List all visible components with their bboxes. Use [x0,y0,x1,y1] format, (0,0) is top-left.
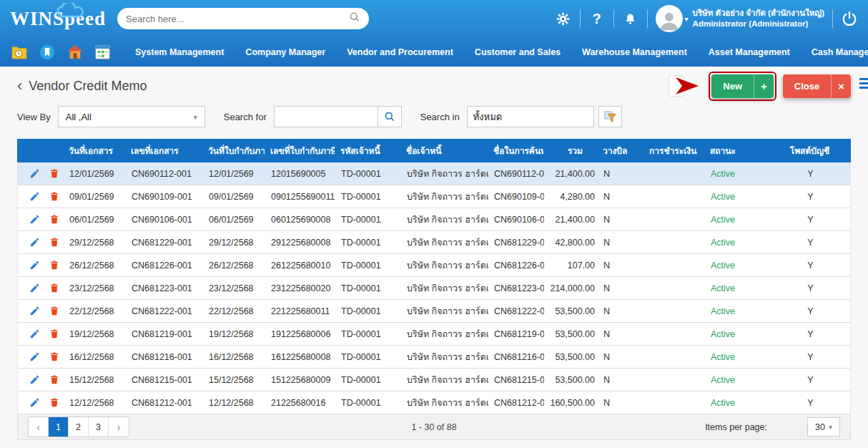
edit-pencil-icon[interactable] [29,397,40,408]
col-status[interactable]: สถานะ [704,144,769,157]
notifications-bell-icon[interactable] [622,12,639,26]
table-row[interactable]: 26/12/2568 CN681226-001 26/12/2568 26122… [17,254,851,277]
cell-vendor-name: บริษัท กิจถาวร ฮาร์ดแ [401,258,488,273]
recent-history-icon[interactable] [11,45,27,59]
brand-logo[interactable]: WINSpeed [10,8,112,30]
col-search-name[interactable]: ชื่อในการค้นหา [488,144,543,157]
table-row[interactable]: 06/01/2569 CN690106-001 06/01/2569 06012… [17,208,851,231]
delete-trash-icon[interactable] [49,214,59,225]
page-button-1[interactable]: 1 [49,417,69,437]
search-for-button[interactable] [378,106,402,127]
global-search-input[interactable] [126,14,349,24]
delete-trash-icon[interactable] [49,283,59,293]
cell-posted: Y [769,192,852,202]
row-actions [18,397,64,408]
table-row[interactable]: 22/12/2568 CN681222-001 22/12/2568 22122… [17,300,851,323]
edit-pencil-icon[interactable] [29,374,40,385]
col-posted[interactable]: โพสต์บัญชี [769,144,851,157]
nav-company-manager[interactable]: Company Manager [245,47,325,57]
new-plus-icon[interactable]: + [754,74,774,98]
delete-trash-icon[interactable] [49,397,59,408]
delete-trash-icon[interactable] [49,191,59,202]
edit-pencil-icon[interactable] [29,191,40,202]
home-icon[interactable] [67,44,83,59]
cell-billing: N [598,169,644,179]
caret-down-icon: ▾ [829,423,832,431]
delete-trash-icon[interactable] [49,351,59,362]
col-vendor-code[interactable]: รหัสเจ้าหนี้ [335,144,400,157]
col-doc-no[interactable]: เลขที่เอกสาร [125,144,202,157]
cell-status: Active [705,260,769,271]
cell-doc-date: 09/01/2569 [64,192,126,202]
delete-trash-icon[interactable] [49,306,59,316]
back-chevron-icon[interactable]: ‹ [17,78,22,94]
logout-power-icon[interactable] [841,11,858,26]
col-doc-date[interactable]: วันที่เอกสาร [63,144,125,157]
page-button-2[interactable]: 2 [69,417,89,437]
delete-trash-icon[interactable] [49,328,59,339]
table-row[interactable]: 19/12/2568 CN681219-001 19/12/2568 19122… [17,323,851,346]
cell-search-name: CN690109-001, T [488,192,544,202]
nav-asset-management[interactable]: Asset Management [709,47,790,57]
delete-trash-icon[interactable] [49,237,59,248]
edge-menu-icon[interactable] [859,78,868,89]
close-button[interactable]: Close × [783,74,851,98]
cell-tax-date: 29/12/2568 [203,238,265,248]
edit-pencil-icon[interactable] [29,168,40,179]
close-x-icon[interactable]: × [831,74,851,98]
table-row[interactable]: 12/12/2568 CN681212-001 12/12/2568 21225… [17,391,851,414]
app-window: WINSpeed ? [0,0,868,448]
cell-search-name: CN681226-001, T [488,260,544,271]
next-page-button[interactable]: › [109,417,129,437]
table-row[interactable]: 23/12/2568 CN681223-001 23/12/2568 23122… [17,277,851,300]
cell-billing: N [598,329,644,339]
nav-vendor-procurement[interactable]: Vendor and Procurement [347,47,453,57]
edit-pencil-icon[interactable] [29,283,40,293]
view-by-select[interactable]: All ,All ▾ [58,106,205,127]
col-billing[interactable]: วางบิล [597,144,643,157]
table-row[interactable]: 16/12/2568 CN681216-001 16/12/2568 16122… [17,346,851,369]
col-payment[interactable]: การชำระเงิน [643,144,704,157]
delete-trash-icon[interactable] [49,260,59,271]
edit-pencil-icon[interactable] [29,306,40,316]
search-in-input[interactable] [467,106,594,127]
edit-pencil-icon[interactable] [29,237,40,248]
nav-cash-management[interactable]: Cash Management [812,47,868,57]
nav-customer-sales[interactable]: Customer and Sales [475,47,561,57]
delete-trash-icon[interactable] [49,374,59,385]
table-row[interactable]: 09/01/2569 CN690109-001 09/01/2569 09012… [17,185,851,208]
col-tax-date[interactable]: วันที่ใบกำกับภาษี [202,144,265,157]
table-row[interactable]: 12/01/2569 CN690112-001 12/01/2569 12015… [17,162,851,185]
edit-pencil-icon[interactable] [29,260,40,271]
search-for-input[interactable] [274,106,378,127]
new-button[interactable]: New + [711,74,774,98]
filter-funnel-icon[interactable] [598,106,622,127]
nav-system-management[interactable]: System Management [135,47,224,57]
calendar-icon[interactable] [95,44,110,59]
edit-pencil-icon[interactable] [29,214,40,225]
cell-doc-date: 12/12/2568 [64,398,126,408]
bookmark-icon[interactable] [39,44,55,60]
cell-vendor-code: TD-00001 [335,329,401,339]
user-avatar[interactable] [656,5,683,32]
nav-warehouse-management[interactable]: Warehouse Management [582,47,687,57]
col-tax-no[interactable]: เลขที่ใบกำกับภาษี [265,144,335,157]
edit-pencil-icon[interactable] [29,351,40,362]
col-vendor-name[interactable]: ชื่อเจ้าหนี้ [400,144,488,157]
col-total[interactable]: รวม [543,144,597,157]
table-row[interactable]: 15/12/2568 CN681215-001 15/12/2568 15122… [17,369,851,391]
chevron-down-icon[interactable]: ▾ [685,15,689,23]
page-button-3[interactable]: 3 [89,417,109,437]
search-icon[interactable] [349,11,360,26]
cell-tax-no: 221225680011 [265,306,335,316]
help-icon[interactable]: ? [588,11,606,27]
items-per-page-select[interactable]: 30 ▾ [807,417,840,437]
table-row[interactable]: 29/12/2568 CN681229-001 29/12/2568 29122… [17,231,851,254]
cell-status: Active [705,169,769,179]
delete-trash-icon[interactable] [49,168,59,179]
user-info[interactable]: บริษัท ตัวอย่าง จำกัด (สำนักงานใหญ่) Adm… [693,8,824,29]
prev-page-button[interactable]: ‹ [29,417,49,437]
edit-pencil-icon[interactable] [29,328,40,339]
cell-doc-no: CN681219-001 [126,329,203,339]
settings-gear-icon[interactable] [555,11,572,26]
